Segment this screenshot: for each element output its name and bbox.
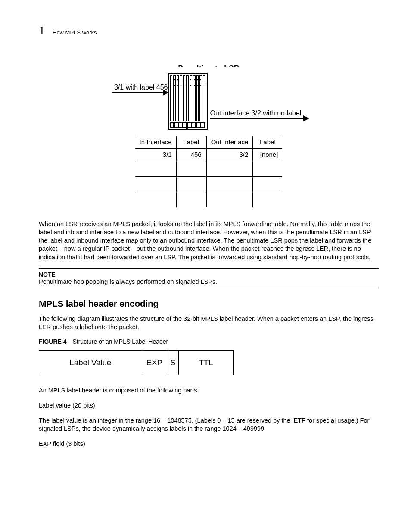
- mpls-label-header-diagram: Label Value EXP S TTL: [39, 350, 234, 375]
- col-out-interface: Out Interface: [206, 136, 253, 149]
- note-heading: NOTE: [39, 271, 379, 278]
- router-icon: [168, 73, 208, 130]
- figure4-number: FIGURE 4: [39, 338, 67, 345]
- chapter-number: 1: [39, 24, 45, 37]
- figure3-cropped-title: Penultimate LSR: [108, 62, 310, 67]
- body-paragraph: An MPLS label header is composed of the …: [39, 386, 379, 395]
- figure-penultimate-lsr: Penultimate LSR 3/1 with label 456: [108, 62, 310, 207]
- body-paragraph: EXP field (3 bits): [39, 440, 379, 448]
- body-paragraph: The label value is an integer in the ran…: [39, 417, 379, 433]
- page: 1 How MPLS works Penultimate LSR 3/1 wit…: [0, 0, 411, 481]
- field-s: S: [167, 351, 179, 375]
- col-in-interface: In Interface: [135, 136, 177, 149]
- section-heading: MPLS label header encoding: [39, 299, 379, 309]
- arrow-in-icon: [112, 92, 168, 93]
- section-intro: The following diagram illustrates the st…: [39, 315, 379, 331]
- arrow-out-label: Out interface 3/2 with no label: [210, 109, 310, 117]
- field-exp: EXP: [142, 351, 168, 375]
- table-header-row: In Interface Label Out Interface Label: [135, 136, 283, 149]
- field-ttl: TTL: [179, 351, 233, 375]
- figure4-caption: FIGURE 4 Structure of an MPLS Label Head…: [39, 338, 379, 345]
- figure4-title: Structure of an MPLS Label Header: [72, 338, 168, 345]
- table-row: [135, 161, 283, 177]
- col-label-in: Label: [176, 136, 206, 149]
- note-text: Penultimate hop popping is always perfor…: [39, 278, 379, 285]
- body-paragraph: When an LSR receives an MPLS packet, it …: [39, 220, 379, 261]
- note-box: NOTE Penultimate hop popping is always p…: [39, 268, 379, 288]
- table-row: 3/1 456 3/2 [none]: [135, 149, 283, 161]
- field-label-value: Label Value: [39, 351, 142, 375]
- forwarding-table: In Interface Label Out Interface Label 3…: [135, 136, 283, 207]
- body-paragraph: Label value (20 bits): [39, 401, 379, 410]
- table-row: [135, 177, 283, 192]
- arrow-in-label: 3/1 with label 456: [108, 84, 168, 91]
- col-label-out: Label: [253, 136, 283, 149]
- table-row: [135, 192, 283, 208]
- running-header: 1 How MPLS works: [39, 24, 379, 37]
- chapter-title: How MPLS works: [53, 29, 97, 36]
- arrow-out-icon: [210, 118, 308, 119]
